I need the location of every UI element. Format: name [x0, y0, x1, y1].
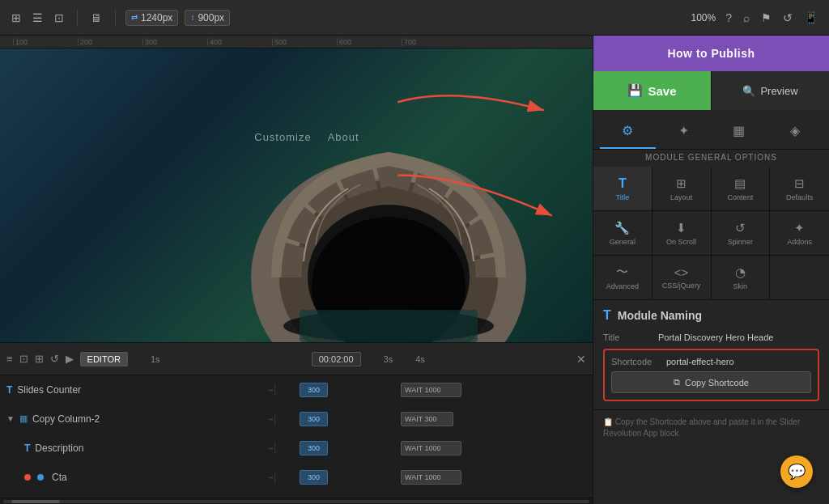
tab-move[interactable]: ✦	[656, 113, 712, 149]
module-naming-section: T Module Naming Title Portal Discovery H…	[593, 300, 829, 410]
ruler-tick-200: 200	[78, 38, 142, 46]
settings-tabs-row3: 〜 Advanced <> CSS/jQuery ◔ Skin	[593, 256, 829, 300]
track-block-wait: WAIT 300	[401, 412, 453, 426]
tab-addons-label: Addons	[787, 238, 812, 246]
right-panel: How to Publish 💾 Save 🔍 Preview ⚙ ✦ ▦	[593, 36, 829, 504]
settings-tabs-row2: 🔧 General ⬇ On Scroll ↺ Spinner ✦ Addons	[593, 211, 829, 256]
advanced-tab-icon: 〜	[616, 265, 628, 280]
shortcode-input[interactable]	[666, 357, 811, 366]
tab-onscroll-label: On Scroll	[666, 238, 696, 246]
tab-spinner-label: Spinner	[728, 238, 753, 246]
tab-skin[interactable]: ◔ Skin	[712, 256, 771, 299]
dot-icon-red	[24, 474, 31, 481]
track-block-num: 300	[300, 441, 328, 455]
tab-on-scroll[interactable]: ⬇ On Scroll	[653, 211, 712, 255]
publish-actions: 💾 Save 🔍 Preview	[593, 71, 829, 110]
publish-title: How to Publish	[667, 47, 755, 60]
tab-layout[interactable]: ▦	[712, 113, 767, 149]
skin-tab-icon: ◔	[735, 265, 746, 280]
height-arrow: ↕	[190, 13, 194, 22]
search-icon[interactable]: ⌕	[740, 8, 753, 28]
publish-header: How to Publish	[593, 36, 829, 71]
list-view-icon[interactable]: ☰	[29, 8, 46, 28]
timeline-marker-4s: 4s	[415, 354, 425, 364]
chat-icon: 💬	[788, 463, 806, 481]
row-track: 300 WAIT 1000	[275, 375, 593, 404]
timeline-play-icon[interactable]: ▶	[66, 353, 74, 365]
tab-settings[interactable]: ⚙	[600, 113, 656, 149]
timeline-stack-icon[interactable]: ⊡	[19, 353, 28, 365]
timeline-close-button[interactable]: ✕	[576, 353, 586, 366]
scrollbar-track[interactable]	[3, 500, 589, 503]
tab-general-label: General	[610, 238, 636, 246]
width-input[interactable]: ⇄ 1240px	[125, 10, 178, 26]
tab-defaults[interactable]: ⊟ Defaults	[770, 167, 829, 210]
timeline-marker-3s: 3s	[384, 354, 393, 364]
row-label: Cta	[52, 472, 67, 483]
preview-button[interactable]: 🔍 Preview	[711, 71, 829, 110]
row-arrow: →	[266, 443, 274, 452]
height-input[interactable]: ↕ 900px	[185, 10, 230, 26]
monitor-icon[interactable]: 🖥	[87, 8, 105, 28]
toolbar-right-group: ? ⌕ ⚑ ↺ 📱	[722, 8, 821, 28]
tab-addons[interactable]: ✦ Addons	[770, 211, 829, 255]
tab-layout[interactable]: ⊞ Layout	[653, 167, 712, 210]
scrollbar-thumb[interactable]	[11, 500, 60, 503]
help-icon[interactable]: ?	[722, 8, 735, 28]
canvas-area: 100 200 300 400 500 600 700 Customize Ab…	[0, 36, 593, 504]
layers-icon: ◈	[790, 123, 800, 138]
row-label-cta: Cta →	[0, 472, 275, 483]
shortcode-label: Shortcode	[611, 357, 660, 366]
tab-layout-label: Layout	[670, 193, 692, 201]
row-label-description: T Description →	[0, 443, 275, 454]
copy-shortcode-button[interactable]: ⧉ Copy Shortcode	[611, 371, 811, 393]
tab-layers[interactable]: ◈	[767, 113, 823, 149]
tab-advanced[interactable]: 〜 Advanced	[593, 256, 653, 299]
gear-icon: ⚙	[622, 123, 633, 138]
tab-title[interactable]: T Title	[593, 167, 653, 210]
copy-btn-label: Copy Shortcode	[685, 378, 749, 388]
top-toolbar: ⊞ ☰ ⊡ 🖥 ⇄ 1240px ↕ 900px 100% ? ⌕ ⚑ ↺ 📱	[0, 0, 829, 36]
table-row: Cta → 300 WAIT 1000	[0, 463, 593, 492]
row-type-icon-t: T	[6, 384, 12, 396]
editor-button[interactable]: EDITOR	[80, 352, 128, 366]
info-text: 📋 Copy the Shortcode above and paste it …	[593, 410, 829, 446]
tab-spinner[interactable]: ↺ Spinner	[712, 211, 771, 255]
general-tab-icon: 🔧	[614, 221, 630, 235]
undo-icon[interactable]: ↺	[780, 8, 796, 28]
table-row: 📈 Portal → 900 WAIT 1200	[0, 492, 593, 498]
content-tab-icon: ▤	[734, 176, 746, 191]
row-label: Copy Column-2	[32, 413, 100, 425]
copy-icon: ⧉	[674, 377, 680, 388]
width-arrow: ⇄	[131, 13, 138, 22]
defaults-tab-icon: ⊟	[794, 176, 805, 191]
tab-css-jquery[interactable]: <> CSS/jQuery	[653, 256, 712, 299]
tab-content[interactable]: ▤ Content	[712, 167, 771, 210]
tab-general[interactable]: 🔧 General	[593, 211, 653, 255]
grid-view-icon[interactable]: ⊞	[8, 8, 24, 28]
track-block-wait: WAIT 1000	[401, 383, 461, 397]
preview-icon: 🔍	[742, 85, 755, 97]
module-options-title: MODULE GENERAL OPTIONS	[593, 150, 829, 167]
module-t-icon: T	[603, 308, 611, 323]
timeline: ≡ ⊡ ⊞ ↺ ▶ EDITOR 1s 00:02:00 3s 4s ✕ T	[0, 342, 593, 504]
timeline-repeat-icon[interactable]: ↺	[50, 353, 59, 365]
chat-bubble[interactable]: 💬	[780, 455, 813, 488]
arch-image	[235, 116, 542, 342]
save-button[interactable]: 💾 Save	[593, 71, 711, 110]
timeline-scrollbar[interactable]	[0, 498, 593, 504]
expand-icon[interactable]: ▼	[6, 414, 15, 423]
flag-icon[interactable]: ⚑	[758, 8, 775, 28]
timeline-layers-icon[interactable]: ≡	[6, 353, 13, 365]
canvas[interactable]: Customize About	[0, 49, 593, 342]
timeline-rows: T Slides Counter → 300 WAIT 1000 ▼ ▦	[0, 375, 593, 498]
timeline-frame-icon[interactable]: ⊞	[35, 353, 44, 365]
info-text-content: Copy the Shortcode above and paste it in…	[603, 417, 800, 438]
toolbar-divider-1	[77, 10, 78, 26]
row-track: 300 WAIT 1000	[275, 463, 593, 491]
frame-icon[interactable]: ⊡	[51, 8, 67, 28]
device-icon[interactable]: 📱	[801, 8, 821, 28]
title-t-icon: T	[619, 176, 627, 191]
settings-tabs-row1: T Title ⊞ Layout ▤ Content ⊟ Defaults	[593, 167, 829, 211]
top-tabs: ⚙ ✦ ▦ ◈	[593, 110, 829, 150]
